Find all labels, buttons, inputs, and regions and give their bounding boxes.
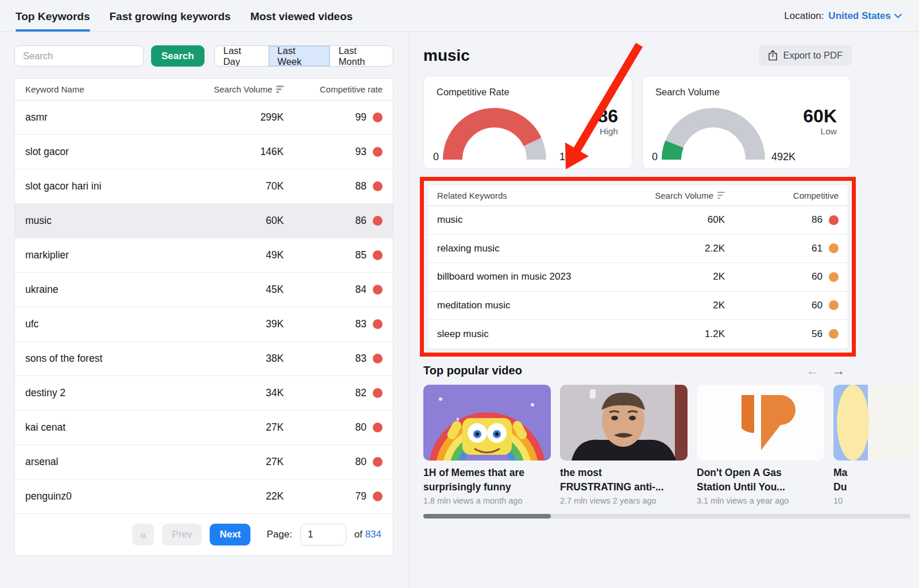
table-row[interactable]: penguinz022K79 xyxy=(15,479,393,514)
sort-descending-icon xyxy=(717,192,725,199)
related-row[interactable]: music60K86 xyxy=(428,206,848,235)
video-card[interactable]: the mostFRUSTRATING anti-...2.7 mln view… xyxy=(560,385,688,506)
related-search-volume: 1.2K xyxy=(574,328,725,340)
related-row[interactable]: relaxing music2.2K61 xyxy=(428,235,848,264)
search-volume: 39K xyxy=(198,318,284,330)
related-competitive-rate: 60 xyxy=(725,300,839,311)
video-title: 1H of Memes that aresurprisingly funny xyxy=(423,466,551,495)
gauge-chart: 0492K xyxy=(661,106,766,161)
table-row[interactable]: ufc39K83 xyxy=(15,307,393,342)
time-filter-last-month[interactable]: Last Month xyxy=(330,46,393,66)
time-filter-last-day[interactable]: Last Day xyxy=(215,46,269,66)
table-row[interactable]: music60K86 xyxy=(15,204,393,238)
time-filter-group: Last DayLast WeekLast Month xyxy=(214,45,393,67)
carousel-next-icon[interactable]: → xyxy=(832,364,845,377)
competitive-rate: 80 xyxy=(284,421,383,434)
col-search-volume[interactable]: Search Volume xyxy=(198,84,284,94)
related-keyword-name: relaxing music xyxy=(437,243,574,254)
competitive-rate: 99 xyxy=(284,111,383,123)
competitive-rate: 80 xyxy=(284,456,383,468)
search-button[interactable]: Search xyxy=(151,45,204,67)
related-table-body: music60K86relaxing music2.2K61billboard … xyxy=(428,206,848,349)
gauge-arc-icon xyxy=(661,106,766,161)
gauge-card-search-volume: Search Volume0492K60KLow xyxy=(642,76,851,169)
tab-top-keywords[interactable]: Top Keywords xyxy=(16,0,90,32)
col-related-search-volume[interactable]: Search Volume xyxy=(574,191,725,200)
video-card[interactable]: Don't Open A GasStation Until You...3.1 … xyxy=(697,385,824,506)
rate-dot-icon xyxy=(373,423,383,432)
table-row[interactable]: slot gacor hari ini70K88 xyxy=(15,169,393,204)
prev-page-button[interactable]: Prev xyxy=(162,524,202,546)
related-row[interactable]: billboard women in music 20232K60 xyxy=(428,263,848,292)
location-country: United States xyxy=(828,10,891,22)
table-row[interactable]: ukraine45K84 xyxy=(15,273,393,307)
gauge-value-block: 60KLow xyxy=(803,106,837,137)
competitive-rate: 88 xyxy=(284,180,383,192)
related-rate-value: 56 xyxy=(812,328,823,340)
location-label: Location: xyxy=(784,10,824,22)
keyword-name: ukraine xyxy=(25,284,198,296)
table-row[interactable]: arsenal27K80 xyxy=(15,445,393,479)
video-title-line: Don't Open A Gas xyxy=(697,466,824,480)
export-icon xyxy=(768,50,778,61)
search-volume: 49K xyxy=(198,249,284,261)
carousel-scrollbar[interactable] xyxy=(423,514,910,519)
total-pages-link[interactable]: 834 xyxy=(365,529,381,540)
carousel-scrollbar-thumb[interactable] xyxy=(423,514,551,519)
rate-dot-icon xyxy=(373,147,383,157)
gauge-arc-icon xyxy=(442,106,547,161)
competitive-rate: 84 xyxy=(284,284,383,296)
table-row[interactable]: sons of the forest38K83 xyxy=(15,342,393,376)
related-search-volume: 2.2K xyxy=(574,243,725,254)
table-row[interactable]: markiplier49K85 xyxy=(15,238,393,273)
table-row[interactable]: kai cenat27K80 xyxy=(15,411,393,445)
gauge-cards: Competitive Rate010086HighSearch Volume0… xyxy=(423,76,852,169)
export-pdf-button[interactable]: Export to PDF xyxy=(759,45,852,66)
keywords-controls: Search Last DayLast WeekLast Month xyxy=(14,45,393,67)
search-volume: 34K xyxy=(198,387,284,399)
keyword-name: ufc xyxy=(25,318,198,330)
col-related-competitive[interactable]: Competitive xyxy=(725,191,839,200)
tab-most-viewed-videos[interactable]: Most viewed videos xyxy=(250,0,353,32)
video-thumbnail xyxy=(423,385,551,461)
video-meta: 10 xyxy=(833,496,919,505)
col-related-keywords[interactable]: Related Keywords xyxy=(437,191,574,200)
gauge-chart: 0100 xyxy=(442,106,547,161)
competitive-rate: 83 xyxy=(284,318,383,330)
search-input[interactable] xyxy=(14,45,144,67)
related-search-volume: 2K xyxy=(574,300,725,311)
table-row[interactable]: asmr299K99 xyxy=(15,100,393,135)
time-filter-last-week[interactable]: Last Week xyxy=(269,46,330,66)
tab-fast-growing-keywords[interactable]: Fast growing keywords xyxy=(110,0,231,32)
first-page-button[interactable]: « xyxy=(132,524,154,546)
video-card[interactable]: 1H of Memes that aresurprisingly funny1.… xyxy=(423,385,551,506)
page-number-input[interactable] xyxy=(300,524,346,546)
col-competitive-rate[interactable]: Competitive rate xyxy=(284,84,383,94)
related-rate-value: 60 xyxy=(812,300,823,311)
competitive-rate-value: 83 xyxy=(356,318,366,330)
related-competitive-rate: 60 xyxy=(725,271,839,283)
competitive-rate: 85 xyxy=(284,249,383,261)
video-card[interactable]: MaDu10 xyxy=(833,385,919,506)
related-row[interactable]: meditation music2K60 xyxy=(428,292,848,320)
sort-descending-icon xyxy=(276,86,284,93)
next-page-button[interactable]: Next xyxy=(210,524,250,546)
gauge-value: 86 xyxy=(597,106,618,126)
video-thumbnail xyxy=(697,385,824,461)
related-row[interactable]: sleep music1.2K56 xyxy=(428,320,848,349)
related-rate-value: 60 xyxy=(812,271,823,283)
related-search-volume: 2K xyxy=(574,271,725,283)
gauge-value: 60K xyxy=(803,106,837,126)
competitive-rate-value: 80 xyxy=(356,421,366,434)
video-thumbnail xyxy=(560,385,688,461)
gauge-max-label: 100 xyxy=(559,151,577,163)
keyword-name: penguinz0 xyxy=(25,490,198,502)
rate-dot-icon xyxy=(373,216,383,226)
table-row[interactable]: slot gacor146K93 xyxy=(15,135,393,169)
competitive-rate: 83 xyxy=(284,353,383,365)
table-row[interactable]: destiny 234K82 xyxy=(15,376,393,411)
col-keyword-name[interactable]: Keyword Name xyxy=(25,84,198,94)
carousel-prev-icon[interactable]: ← xyxy=(806,364,819,377)
rate-dot-icon xyxy=(373,354,383,363)
location-value[interactable]: United States xyxy=(828,10,902,22)
